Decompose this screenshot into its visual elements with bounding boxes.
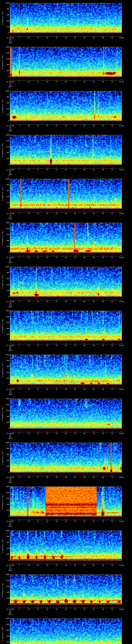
y-tick — [121, 450, 122, 450]
y-tick — [10, 450, 11, 450]
y-tick — [10, 272, 11, 272]
y-tick — [10, 146, 11, 146]
y-tick-label: 600 — [0, 146, 9, 148]
y-tick — [121, 106, 122, 106]
y-tick-label: 1000 — [0, 310, 9, 312]
y-tick-label: 400 — [0, 240, 9, 242]
x-tick — [19, 299, 20, 300]
y-tick — [10, 359, 11, 360]
y-tick-label: 200 — [0, 246, 9, 248]
x-tick-label: 45 — [90, 476, 98, 478]
x-tick-label: 35 — [71, 301, 79, 302]
y-tick — [121, 405, 122, 405]
x-tick-label: 40 — [80, 169, 88, 171]
x-tick-label: 5 — [16, 345, 23, 346]
x-tick-label: 40 — [80, 345, 88, 346]
y-tick — [121, 556, 122, 556]
x-tick — [19, 79, 20, 80]
date-year-label: 2015 — [2, 482, 18, 484]
y-tick — [10, 20, 11, 20]
y-tick — [121, 22, 122, 23]
x-tick — [66, 79, 66, 80]
y-tick — [10, 361, 11, 361]
y-tick — [121, 548, 122, 549]
x-tick — [112, 36, 112, 36]
spectrogram-heatmap — [10, 135, 122, 165]
y-tick — [10, 382, 11, 382]
y-tick-label: 200 — [0, 422, 9, 423]
x-tick-label: 5 — [16, 125, 23, 127]
y-tick — [10, 422, 11, 423]
y-tick — [121, 75, 122, 76]
y-tick — [10, 622, 11, 622]
y-tick — [121, 327, 122, 328]
x-tick — [122, 607, 122, 608]
y-tick — [121, 235, 122, 235]
y-tick — [121, 576, 122, 576]
y-tick — [121, 412, 122, 412]
y-tick — [121, 289, 122, 290]
y-tick — [10, 235, 11, 235]
x-tick — [19, 167, 20, 168]
x-tick — [28, 167, 29, 168]
x-tick-label: 55 — [108, 125, 116, 127]
x-tick-label: 30 — [62, 301, 70, 302]
y-tick — [10, 402, 11, 402]
date-day-label: 13 — [2, 39, 18, 40]
y-tick-label: 200 — [0, 554, 9, 555]
x-tick-label: 55 — [108, 345, 116, 346]
date-year-label: 2015 — [2, 306, 18, 308]
y-tick — [10, 186, 11, 187]
y-axis-title: Frequency (Hz) — [2, 406, 4, 421]
x-tick-label: 55 — [108, 169, 116, 171]
x-axis-line — [10, 124, 122, 124]
date-year-label: 2015 — [2, 570, 18, 571]
x-tick-label: 55 — [108, 564, 116, 566]
y-tick — [121, 378, 122, 379]
y-tick-label: 400 — [0, 20, 9, 22]
x-tick-label: 15 — [34, 301, 42, 302]
y-axis-title: Frequency (Hz) — [2, 230, 4, 245]
y-tick — [121, 56, 122, 56]
y-tick — [10, 118, 11, 118]
y-tick — [121, 208, 122, 209]
spectrogram-panel: Frequency (Hz) 13:40:00 41:00 13 Jul 201… — [0, 484, 132, 528]
x-tick — [28, 475, 29, 476]
x-tick — [10, 255, 10, 256]
y-tick-label: 800 — [0, 624, 9, 625]
y-tick — [121, 292, 122, 292]
y-tick — [121, 20, 122, 20]
date-day-label: 13 — [2, 478, 18, 480]
x-tick-label: 10 — [25, 608, 32, 610]
y-tick-label: 1000 — [0, 90, 9, 92]
y-tick — [10, 296, 11, 297]
x-tick — [66, 211, 66, 212]
y-tick — [121, 538, 122, 538]
x-tick — [28, 343, 29, 344]
y-tick — [121, 15, 122, 15]
x-tick-label: 35 — [71, 608, 79, 610]
y-tick — [10, 323, 11, 323]
y-axis-title: Frequency (Hz) — [2, 186, 4, 201]
x-tick-label: 10 — [25, 257, 32, 258]
spectrogram-heatmap — [10, 575, 122, 604]
y-tick — [121, 453, 122, 454]
date-day-label: 13 — [2, 302, 18, 304]
x-tick-label: 50 — [99, 388, 107, 390]
x-tick-label: 45 — [90, 125, 98, 127]
y-tick — [10, 201, 11, 202]
y-tick — [121, 553, 122, 553]
y-tick — [121, 142, 122, 143]
x-tick-label: 20 — [43, 608, 51, 610]
x-tick — [66, 431, 66, 432]
x-tick-label: 25 — [52, 345, 60, 346]
x-tick-label: 30 — [62, 37, 70, 39]
x-tick-label: 25 — [52, 213, 60, 214]
x-tick — [19, 36, 20, 36]
y-tick — [10, 5, 11, 5]
y-tick-label: 0 — [0, 603, 9, 605]
x-tick — [10, 167, 10, 168]
y-tick — [10, 159, 11, 159]
y-tick — [10, 144, 11, 144]
y-tick — [121, 267, 122, 267]
